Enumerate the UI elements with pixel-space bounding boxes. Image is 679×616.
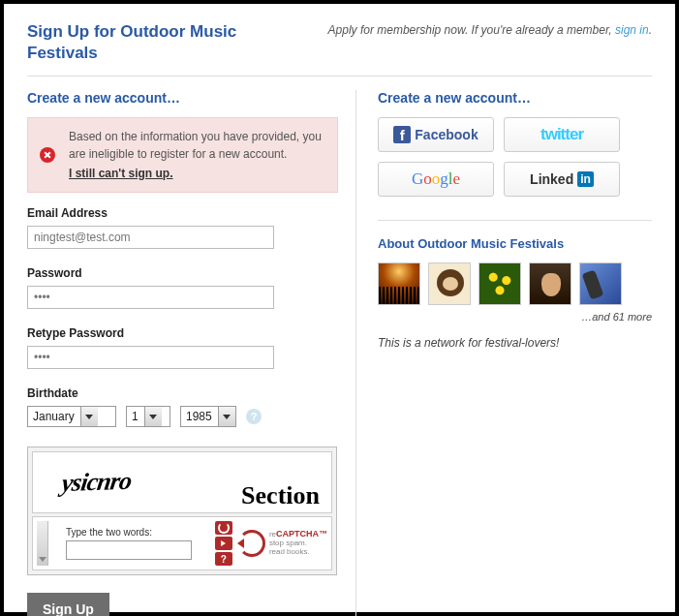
birthdate-label: Birthdate xyxy=(27,386,338,400)
password-label: Password xyxy=(27,266,338,280)
recaptcha-prefix: re xyxy=(269,530,276,539)
more-members-text: …and 61 more xyxy=(378,311,652,323)
birth-year-value: 1985 xyxy=(186,410,218,423)
social-login-grid: f Facebook twitter Google Linked in xyxy=(378,117,652,197)
birthdate-row: January 1 1985 ? xyxy=(27,406,338,427)
birth-month-value: January xyxy=(33,410,80,423)
facebook-label: Facebook xyxy=(415,127,478,142)
captcha-controls: Type the two words: reCAPTCHA™ stop spam… xyxy=(32,516,332,570)
linkedin-login-button[interactable]: Linked in xyxy=(504,162,620,197)
twitter-label: twitter xyxy=(540,125,583,144)
divider xyxy=(378,220,652,221)
captcha-icon-column xyxy=(215,521,232,566)
captcha-input[interactable] xyxy=(66,540,192,560)
linkedin-icon: in xyxy=(577,171,594,187)
birth-day-value: 1 xyxy=(132,410,144,423)
captcha-image: ysicnro Section xyxy=(32,451,332,513)
facebook-icon: f xyxy=(393,126,411,143)
recaptcha-ring-icon xyxy=(238,530,265,557)
retype-password-field[interactable] xyxy=(27,346,274,369)
page-frame: Sign Up for Outdoor Music Festivals Appl… xyxy=(0,0,679,616)
retype-password-label: Retype Password xyxy=(27,326,338,340)
social-heading: Create a new account… xyxy=(378,90,652,106)
email-label: Email Address xyxy=(27,206,338,220)
captcha-word-1: ysicnro xyxy=(60,467,134,498)
main-columns: Create a new account… Based on the infor… xyxy=(27,90,652,616)
chevron-down-icon xyxy=(80,407,98,426)
sign-up-button[interactable]: Sign Up xyxy=(27,593,109,616)
info-column: Create a new account… f Facebook twitter… xyxy=(378,90,652,616)
help-icon[interactable]: ? xyxy=(246,409,262,424)
page-title: Sign Up for Outdoor Music Festivals xyxy=(27,21,279,64)
recaptcha-logo-text: reCAPTCHA™ stop spam. read books. xyxy=(269,530,327,556)
header-membership-note: Apply for membership now. If you're alre… xyxy=(328,23,652,37)
error-help-link[interactable]: I still can't sign up. xyxy=(69,165,173,182)
recaptcha-brand: CAPTCHA™ xyxy=(276,529,327,539)
password-field[interactable] xyxy=(27,286,274,309)
member-thumbnail[interactable] xyxy=(579,262,622,305)
captcha-audio-icon[interactable] xyxy=(215,537,232,550)
twitter-login-button[interactable]: twitter xyxy=(504,117,620,152)
member-thumbnail[interactable] xyxy=(478,262,521,305)
member-thumbnail[interactable] xyxy=(428,262,471,305)
apply-tail: . xyxy=(649,23,652,37)
recaptcha-sub2: read books. xyxy=(269,548,327,557)
create-account-heading: Create a new account… xyxy=(27,90,338,106)
recaptcha-logo: reCAPTCHA™ stop spam. read books. xyxy=(238,530,327,557)
captcha-widget: ysicnro Section Type the two words: xyxy=(27,447,337,575)
birth-day-select[interactable]: 1 xyxy=(126,406,170,427)
google-label: Google xyxy=(412,169,460,189)
birth-year-select[interactable]: 1985 xyxy=(180,406,236,427)
member-thumbnails xyxy=(378,262,652,305)
captcha-hint: Type the two words: xyxy=(52,527,209,538)
captcha-input-area: Type the two words: xyxy=(52,527,209,560)
error-message-box: Based on the information you have provid… xyxy=(27,117,338,193)
captcha-word-2: Section xyxy=(241,481,320,510)
captcha-drag-handle[interactable] xyxy=(37,521,48,566)
member-thumbnail[interactable] xyxy=(378,262,420,305)
captcha-refresh-icon[interactable] xyxy=(215,521,232,535)
google-login-button[interactable]: Google xyxy=(378,162,494,197)
birth-month-select[interactable]: January xyxy=(27,406,116,427)
about-heading: About Outdoor Music Festivals xyxy=(378,236,652,251)
email-field[interactable] xyxy=(27,226,274,249)
facebook-login-button[interactable]: f Facebook xyxy=(378,117,494,152)
captcha-help-icon[interactable] xyxy=(215,552,232,566)
form-column: Create a new account… Based on the infor… xyxy=(27,90,356,616)
page-header: Sign Up for Outdoor Music Festivals Appl… xyxy=(27,21,652,77)
chevron-down-icon xyxy=(144,407,162,426)
linkedin-label-prefix: Linked xyxy=(530,171,573,187)
error-icon xyxy=(40,147,55,163)
chevron-down-icon xyxy=(218,407,235,426)
member-thumbnail[interactable] xyxy=(529,262,571,305)
about-description: This is a network for festival-lovers! xyxy=(378,336,652,350)
apply-text: Apply for membership now. If you're alre… xyxy=(328,23,615,37)
error-message-text: Based on the information you have provid… xyxy=(69,128,325,163)
sign-in-link[interactable]: sign in xyxy=(615,23,649,37)
